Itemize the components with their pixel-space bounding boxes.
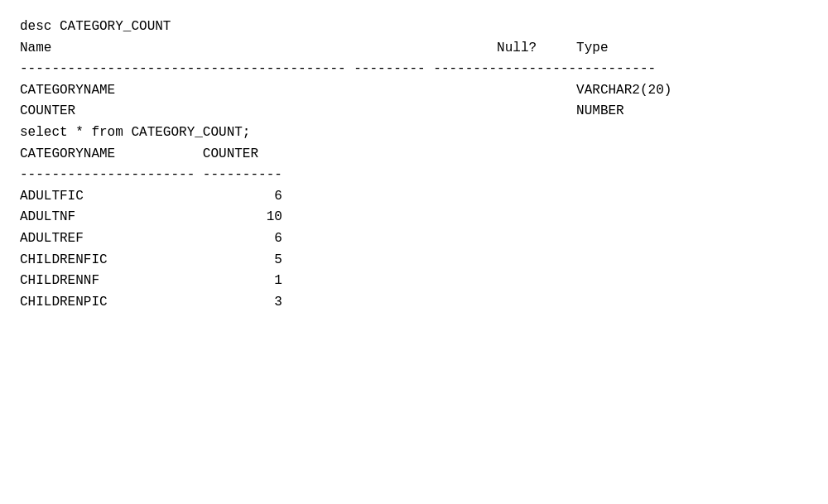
terminal-line-row3: ADULTREF 6	[20, 228, 808, 250]
terminal-line-row5: CHILDRENNF 1	[20, 271, 808, 292]
terminal-line-header-sep: ----------------------------------------…	[20, 59, 808, 80]
terminal-line-row6: CHILDRENPIC 3	[20, 292, 808, 314]
terminal-line-row1: ADULTFIC 6	[20, 186, 808, 208]
terminal-line-col-sep: ---------------------- ----------	[20, 165, 808, 186]
terminal-line-row2: ADULTNF 10	[20, 207, 808, 228]
terminal-line-field1-row: CATEGORYNAME VARCHAR2(20)	[20, 80, 808, 102]
terminal-line-desc-command: desc CATEGORY_COUNT	[20, 17, 808, 38]
terminal-line-field2-row: COUNTER NUMBER	[20, 101, 808, 122]
terminal-line-select-command: select * from CATEGORY_COUNT;	[20, 122, 808, 144]
terminal-line-header-row: Name Null? Type	[20, 38, 808, 60]
terminal-output: desc CATEGORY_COUNTName Null? Type------…	[20, 17, 808, 313]
terminal-line-col-headers: CATEGORYNAME COUNTER	[20, 144, 808, 166]
terminal-line-row4: CHILDRENFIC 5	[20, 250, 808, 271]
